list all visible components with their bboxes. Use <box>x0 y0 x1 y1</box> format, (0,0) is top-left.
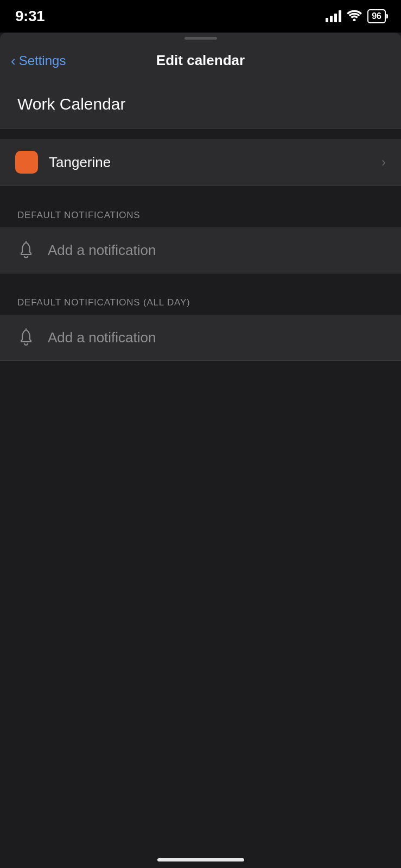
back-button[interactable]: ‹ Settings <box>11 53 66 68</box>
default-notifications-allday-header: DEFAULT NOTIFICATIONS (ALL DAY) <box>0 286 401 315</box>
back-label: Settings <box>19 53 66 68</box>
color-label: Tangerine <box>49 154 381 171</box>
bell-icon-2 <box>15 327 37 348</box>
add-notification-row-2[interactable]: Add a notification <box>0 315 401 361</box>
add-notification-label-2: Add a notification <box>48 329 156 346</box>
color-swatch <box>15 151 38 174</box>
default-notifications-header: DEFAULT NOTIFICATIONS <box>0 199 401 227</box>
nav-title: Edit calendar <box>156 52 245 69</box>
status-icons: 96 <box>326 9 386 24</box>
status-time: 9:31 <box>15 8 44 25</box>
nav-bar: ‹ Settings Edit calendar <box>0 43 401 80</box>
sheet-handle-area <box>0 33 401 43</box>
color-row[interactable]: Tangerine › <box>0 139 401 186</box>
section-gap-1 <box>0 186 401 199</box>
add-notification-label-1: Add a notification <box>48 242 156 259</box>
calendar-name-section: Work Calendar <box>0 80 401 129</box>
content-area <box>0 361 401 686</box>
default-notifications-label: DEFAULT NOTIFICATIONS <box>17 210 141 220</box>
calendar-name-text: Work Calendar <box>17 95 126 113</box>
back-chevron-icon: ‹ <box>11 54 16 68</box>
svg-point-0 <box>353 18 356 21</box>
section-gap-2 <box>0 273 401 286</box>
add-notification-row-1[interactable]: Add a notification <box>0 227 401 273</box>
status-bar: 9:31 96 <box>0 0 401 33</box>
home-indicator <box>157 858 244 861</box>
chevron-right-icon: › <box>381 155 386 170</box>
wifi-icon <box>347 9 362 24</box>
battery-icon: 96 <box>367 9 386 23</box>
default-notifications-allday-label: DEFAULT NOTIFICATIONS (ALL DAY) <box>17 297 190 308</box>
bell-icon-1 <box>15 239 37 261</box>
signal-icon <box>326 10 341 22</box>
sheet-handle <box>184 37 217 40</box>
